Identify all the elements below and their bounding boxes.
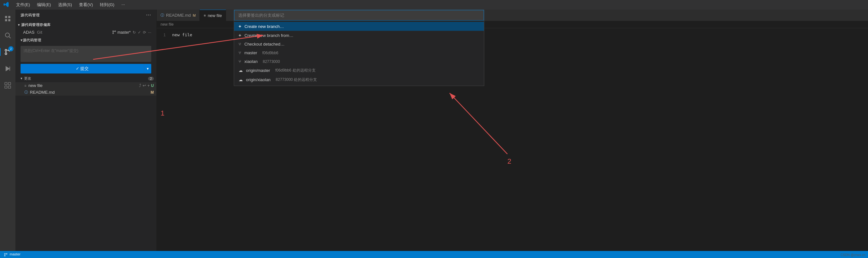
file-actions-newfile: ⤴ ↩ + U: [139, 83, 154, 88]
refresh-icon[interactable]: ⟳: [143, 30, 146, 35]
changes-count: 2: [148, 77, 154, 80]
line-number-1: 1: [161, 31, 166, 38]
svg-line-1: [9, 37, 10, 38]
branch-item-create-new-label: Create new branch…: [244, 24, 284, 29]
tab-newfile[interactable]: ≡ new file: [200, 10, 226, 21]
changes-left: ▾ 更改: [21, 76, 31, 81]
changes-label: 更改: [24, 76, 31, 81]
file-item-readme[interactable]: ⓘ README.md M: [16, 89, 156, 96]
branch-item-master[interactable]: ⑂ master f06d9bb6: [234, 49, 484, 57]
branch-hash-xiaolan: 82773000: [263, 59, 280, 64]
branch-info: master*: [112, 30, 131, 35]
repo-section-label: 源代码管理存储库: [21, 23, 51, 27]
branch-search-input[interactable]: [234, 10, 484, 21]
more-actions-icon[interactable]: ···: [148, 30, 151, 35]
discard-icon[interactable]: ↩: [143, 83, 146, 88]
branch-item-xiaolan[interactable]: ⑂ xiaolan 82773000: [234, 57, 484, 66]
message-placeholder: 消息(Ctrl+Enter 在"master"提交): [24, 49, 79, 53]
menu-view[interactable]: 查看(V): [76, 1, 96, 8]
activity-bar: 2: [0, 10, 16, 251]
editor-text[interactable]: new file: [169, 28, 192, 251]
branch-icon-master: ⑂: [239, 51, 241, 55]
repo-name: ADAS Git: [23, 30, 42, 35]
sidebar: 源代码管理 ··· ▾ 源代码管理存储库 ADAS Git: [16, 10, 157, 251]
menu-more[interactable]: ···: [118, 1, 128, 8]
file-icon-readme: ⓘ: [24, 90, 28, 95]
branch-picker[interactable]: + Create new branch… + Create new branch…: [234, 10, 484, 86]
svg-rect-12: [8, 86, 10, 88]
sc-section: ▾ 源代码管理 消息(Ctrl+Enter 在"master"提交) ✓ 提交 …: [16, 37, 156, 75]
tab-newfile-icon: ≡: [204, 13, 206, 17]
changes-chevron-icon: ▾: [21, 76, 23, 80]
svg-rect-11: [5, 86, 7, 88]
changes-section: ▾ 更改 2 ≡ new file ⤴ ↩ + U: [16, 75, 156, 96]
repo-section: ▾ 源代码管理存储库 ADAS Git: [16, 21, 156, 37]
branch-label-origin-xiaolan: origin/xiaolan: [246, 77, 271, 82]
branch-hash-origin-xiaolan: 82773000 处的远程分支: [276, 77, 317, 83]
svg-rect-10: [8, 83, 10, 85]
branch-hash-master: f06d9bb6: [262, 51, 278, 55]
vscode-logo-icon: [3, 2, 9, 8]
sidebar-title: 源代码管理 ···: [16, 10, 156, 21]
branch-item-detached-label: Checkout detached…: [244, 42, 284, 46]
status-branch[interactable]: master: [3, 252, 22, 256]
menu-goto[interactable]: 转到(G): [97, 1, 118, 8]
check-icon[interactable]: ✓: [138, 30, 141, 35]
titlebar: 文件(E) 编辑(E) 选择(S) 查看(V) 转到(G) ···: [0, 0, 868, 10]
source-control-icon[interactable]: 2: [0, 44, 16, 60]
sidebar-title-text: 源代码管理: [21, 13, 40, 18]
commit-button[interactable]: ✓ 提交: [21, 64, 144, 73]
branch-hash-origin-master: f06d9bb6 处的远程分支: [275, 68, 315, 73]
branch-item-create-from[interactable]: + Create new branch from…: [234, 31, 484, 40]
branch-item-create-new[interactable]: + Create new branch…: [234, 22, 484, 31]
svg-point-13: [113, 31, 113, 32]
menu-file[interactable]: 文件(E): [13, 1, 33, 8]
extensions-icon[interactable]: [0, 78, 16, 93]
menu-edit[interactable]: 编辑(E): [34, 1, 54, 8]
plus-icon-1: +: [239, 24, 241, 29]
tab-readme-badge: M: [193, 13, 195, 17]
editor-line-1: new file: [169, 31, 192, 38]
file-status-newfile: U: [151, 84, 154, 88]
branch-item-origin-master[interactable]: ☁ origin/master f06d9bb6 处的远程分支: [234, 66, 484, 75]
branch-label-master: master: [244, 51, 257, 55]
svg-point-4: [5, 53, 7, 55]
branch-icon-xiaolan: ⑂: [239, 59, 241, 64]
sc-section-header[interactable]: ▾ 源代码管理: [18, 37, 154, 44]
repo-section-header[interactable]: ▾ 源代码管理存储库: [16, 21, 156, 29]
repo-actions: master* ↻ ✓ ⟳ ···: [112, 30, 151, 35]
changes-header[interactable]: ▾ 更改 2: [16, 75, 156, 82]
branch-name[interactable]: master*: [118, 30, 131, 35]
stage-icon[interactable]: +: [147, 83, 150, 88]
svg-rect-9: [5, 83, 7, 85]
commit-message-input[interactable]: 消息(Ctrl+Enter 在"master"提交): [21, 46, 151, 62]
commit-dropdown-button[interactable]: ▾: [144, 64, 151, 73]
remote-icon-xiaolan: ☁: [239, 77, 243, 82]
breadcrumb-text: new file: [161, 22, 174, 27]
branch-item-origin-xiaolan[interactable]: ☁ origin/xiaolan 82773000 处的远程分支: [234, 75, 484, 85]
file-icon-newfile: ≡: [24, 84, 26, 88]
branch-label-origin-master: origin/master: [246, 68, 270, 73]
file-name-readme: README.md: [30, 90, 55, 95]
source-control-badge: 2: [8, 46, 13, 51]
open-change-icon[interactable]: ⤴: [139, 83, 141, 88]
branch-item-checkout-detached[interactable]: ⑂ Checkout detached…: [234, 40, 484, 49]
svg-point-20: [4, 253, 5, 254]
run-icon[interactable]: [0, 61, 16, 76]
search-icon[interactable]: [0, 28, 16, 43]
tab-readme[interactable]: ⓘ README.md M: [157, 10, 200, 21]
sidebar-more-button[interactable]: ···: [146, 12, 151, 18]
remote-icon-master: ☁: [239, 68, 243, 73]
commit-button-label: ✓ 提交: [76, 66, 89, 71]
svg-point-0: [5, 33, 10, 37]
repo-row: ADAS Git master* ↻: [16, 29, 156, 36]
titlebar-menu: 文件(E) 编辑(E) 选择(S) 查看(V) 转到(G) ···: [13, 1, 128, 8]
menu-select[interactable]: 选择(S): [55, 1, 75, 8]
file-item-newfile[interactable]: ≡ new file ⤴ ↩ + U: [16, 82, 156, 89]
sync-icon[interactable]: ↻: [133, 30, 136, 35]
svg-point-2: [5, 50, 7, 51]
tab-readme-icon: ⓘ: [161, 13, 164, 18]
plus-icon-2: +: [239, 33, 241, 38]
file-actions-readme: M: [151, 90, 154, 95]
explorer-icon[interactable]: [0, 11, 16, 26]
